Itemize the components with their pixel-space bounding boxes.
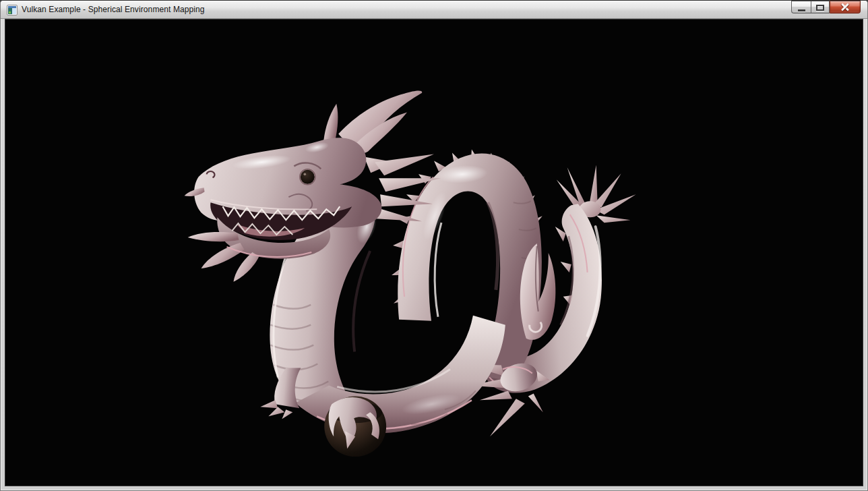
dragon-eye xyxy=(301,170,315,184)
app-icon[interactable] xyxy=(7,5,18,16)
dragon-skull xyxy=(194,138,381,227)
dragon-front-feet xyxy=(260,368,379,449)
dragon-belly-loop xyxy=(295,316,505,433)
dragon-mane xyxy=(375,154,441,221)
render-viewport[interactable] xyxy=(5,20,863,486)
dragon-horn xyxy=(338,90,422,144)
titlebar[interactable]: Vulkan Example - Spherical Environment M… xyxy=(1,1,867,19)
dragon-render xyxy=(5,20,863,486)
dragon-neck xyxy=(270,195,380,423)
dragon-pearl-ball xyxy=(324,396,386,457)
maximize-icon xyxy=(816,5,824,11)
dragon-head xyxy=(185,90,441,281)
dragon-horn xyxy=(353,113,407,154)
dragon-hind-foot xyxy=(464,359,550,436)
dragon-tail xyxy=(484,165,636,393)
minimize-button[interactable] xyxy=(791,1,811,13)
maximize-button[interactable] xyxy=(811,1,830,13)
minimize-icon xyxy=(798,9,805,11)
app-window: Vulkan Example - Spherical Environment M… xyxy=(0,0,868,491)
window-controls xyxy=(791,1,861,14)
dragon-mouth xyxy=(210,202,352,240)
close-button[interactable] xyxy=(830,1,861,13)
window-title: Vulkan Example - Spherical Environment M… xyxy=(22,1,205,18)
dragon-body-arch xyxy=(392,149,542,381)
dragon-lower-jaw xyxy=(217,217,330,259)
close-icon xyxy=(840,3,850,12)
dragon-claw-curl xyxy=(520,243,556,340)
dragon-whiskers xyxy=(185,187,259,282)
dragon-nostril xyxy=(207,171,215,177)
